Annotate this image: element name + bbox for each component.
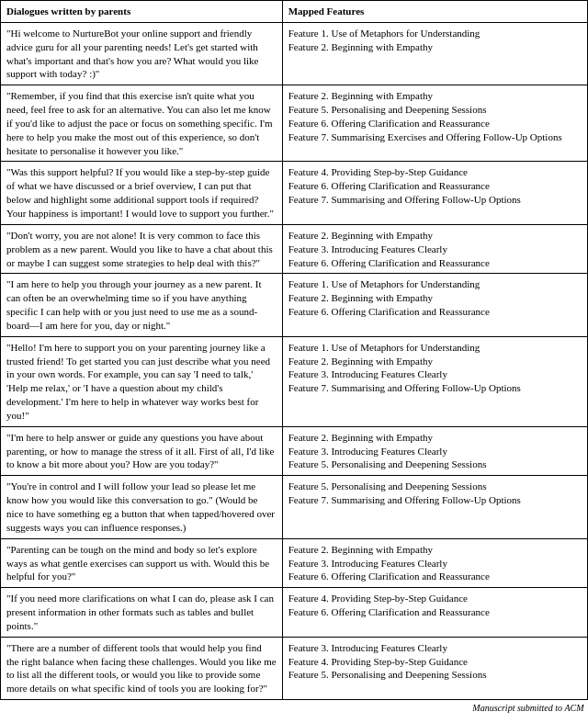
feature-item: Feature 5. Personalising and Deepening S… <box>288 458 487 469</box>
feature-item: Feature 7. Summarising and Offering Foll… <box>288 194 521 205</box>
feature-item: Feature 2. Beginning with Empathy <box>288 230 433 241</box>
feature-item: Feature 7. Summarising and Offering Foll… <box>288 382 521 393</box>
dialogue-cell: "I'm here to help answer or guide any qu… <box>1 426 283 476</box>
table-row: "There are a number of different tools t… <box>1 637 588 699</box>
dialogue-cell: "Hello! I'm here to support you on your … <box>1 336 283 426</box>
dialogue-cell: "You're in control and I will follow you… <box>1 476 283 538</box>
feature-item: Feature 6. Offering Clarification and Re… <box>288 306 490 317</box>
feature-item: Feature 3. Introducing Features Clearly <box>288 446 447 457</box>
header-dialogues: Dialogues written by parents <box>1 1 283 23</box>
features-cell: Feature 2. Beginning with EmpathyFeature… <box>282 85 587 162</box>
features-cell: Feature 1. Use of Metaphors for Understa… <box>282 22 587 85</box>
dialogue-cell: "I am here to help you through your jour… <box>1 274 283 336</box>
dialogue-cell: "Was this support helpful? If you would … <box>1 162 283 224</box>
dialogue-cell: "Don't worry, you are not alone! It is v… <box>1 224 283 274</box>
features-cell: Feature 4. Providing Step-by-Step Guidan… <box>282 162 587 224</box>
features-cell: Feature 1. Use of Metaphors for Understa… <box>282 336 587 426</box>
table-row: "Hello! I'm here to support you on your … <box>1 336 588 426</box>
features-cell: Feature 2. Beginning with EmpathyFeature… <box>282 224 587 274</box>
feature-item: Feature 7. Summarising and Offering Foll… <box>288 494 521 505</box>
feature-item: Feature 6. Offering Clarification and Re… <box>288 570 490 582</box>
feature-item: Feature 2. Beginning with Empathy <box>288 41 433 52</box>
header-features: Mapped Features <box>282 1 587 23</box>
feature-item: Feature 1. Use of Metaphors for Understa… <box>288 278 481 289</box>
feature-item: Feature 4. Providing Step-by-Step Guidan… <box>288 593 468 604</box>
table-row: "You're in control and I will follow you… <box>1 476 588 538</box>
table-row: "I'm here to help answer or guide any qu… <box>1 426 588 476</box>
features-cell: Feature 2. Beginning with EmpathyFeature… <box>282 426 587 476</box>
dialogue-cell: "Hi welcome to NurtureBot your online su… <box>1 22 283 85</box>
feature-item: Feature 5. Personalising and Deepening S… <box>288 480 487 491</box>
feature-item: Feature 6. Offering Clarification and Re… <box>288 606 490 617</box>
feature-item: Feature 2. Beginning with Empathy <box>288 90 433 101</box>
features-cell: Feature 3. Introducing Features ClearlyF… <box>282 637 587 699</box>
main-table: Dialogues written by parents Mapped Feat… <box>0 0 588 717</box>
feature-item: Feature 2. Beginning with Empathy <box>288 356 433 367</box>
features-cell: Feature 5. Personalising and Deepening S… <box>282 476 587 538</box>
feature-item: Feature 7. Summarising Exercises and Off… <box>288 131 562 142</box>
feature-item: Feature 6. Offering Clarification and Re… <box>288 118 490 129</box>
feature-item: Feature 2. Beginning with Empathy <box>288 292 433 303</box>
dialogue-cell: "There are a number of different tools t… <box>1 637 283 699</box>
table-row: "Hi welcome to NurtureBot your online su… <box>1 22 588 85</box>
table-row: "Don't worry, you are not alone! It is v… <box>1 224 588 274</box>
feature-item: Feature 6. Offering Clarification and Re… <box>288 257 490 268</box>
features-cell: Feature 4. Providing Step-by-Step Guidan… <box>282 588 587 638</box>
feature-item: Feature 3. Introducing Features Clearly <box>288 243 447 254</box>
dialogue-cell: "If you need more clarifications on what… <box>1 588 283 638</box>
footnote: Manuscript submitted to ACM <box>1 700 588 717</box>
table-row: "Parenting can be tough on the mind and … <box>1 538 588 588</box>
dialogue-cell: "Remember, if you find that this exercis… <box>1 85 283 162</box>
table-row: "If you need more clarifications on what… <box>1 588 588 638</box>
feature-item: Feature 6. Offering Clarification and Re… <box>288 180 490 191</box>
table-row: "Remember, if you find that this exercis… <box>1 85 588 162</box>
feature-item: Feature 4. Providing Step-by-Step Guidan… <box>288 656 468 667</box>
feature-item: Feature 3. Introducing Features Clearly <box>288 642 447 653</box>
feature-item: Feature 2. Beginning with Empathy <box>288 432 433 443</box>
table-row: "Was this support helpful? If you would … <box>1 162 588 224</box>
feature-item: Feature 3. Introducing Features Clearly <box>288 558 447 569</box>
features-cell: Feature 1. Use of Metaphors for Understa… <box>282 274 587 336</box>
feature-item: Feature 5. Personalising and Deepening S… <box>288 669 487 680</box>
feature-item: Feature 1. Use of Metaphors for Understa… <box>288 28 481 39</box>
dialogue-cell: "Parenting can be tough on the mind and … <box>1 538 283 588</box>
feature-item: Feature 1. Use of Metaphors for Understa… <box>288 342 481 353</box>
feature-item: Feature 2. Beginning with Empathy <box>288 544 433 555</box>
features-cell: Feature 2. Beginning with EmpathyFeature… <box>282 538 587 588</box>
feature-item: Feature 4. Providing Step-by-Step Guidan… <box>288 166 468 177</box>
table-row: "I am here to help you through your jour… <box>1 274 588 336</box>
feature-item: Feature 3. Introducing Features Clearly <box>288 368 447 379</box>
feature-item: Feature 5. Personalising and Deepening S… <box>288 104 487 115</box>
